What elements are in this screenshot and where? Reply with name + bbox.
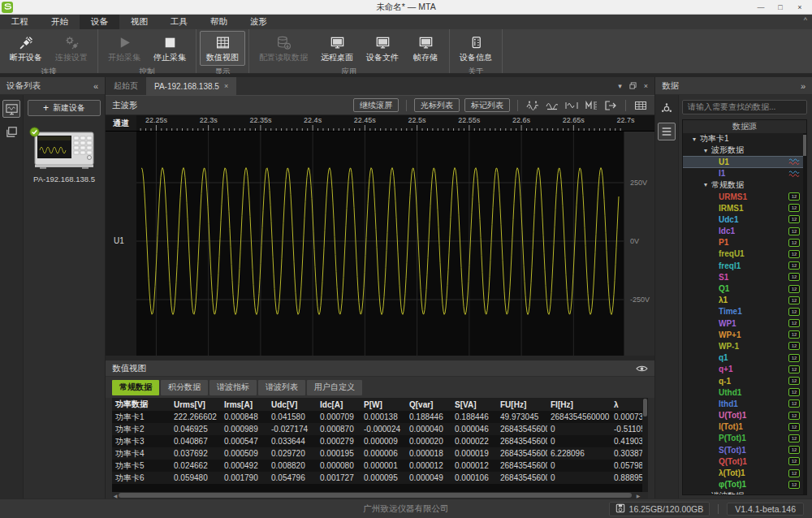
tree-item-φ(Tot)1[interactable]: φ(Tot)112 (683, 479, 806, 490)
tree-item-q1[interactable]: q112 (683, 352, 806, 364)
tree-item-Q1[interactable]: Q112 (683, 283, 806, 294)
tree-item-q-1[interactable]: q-112 (683, 375, 806, 386)
table-row[interactable]: 功率卡30.0408670.0005470.0336440.0002790.00… (112, 435, 648, 447)
ribbon-button-0-0[interactable]: 断开设备 (3, 31, 49, 66)
tree-item-Ithd1[interactable]: Ithd112 (683, 398, 806, 409)
ribbon-button-3-3[interactable]: 帧存储 (405, 31, 446, 66)
menu-item-6[interactable]: 波形 (239, 15, 279, 29)
ribbon-button-3-1[interactable]: 远程桌面 (314, 31, 360, 66)
numeric-tab-2[interactable]: 谐波指标 (209, 380, 257, 395)
numeric-table-wrap: 功率数据Urms[V]Irms[A]Udc[V]Idc[A]P[W]Q[var]… (112, 398, 648, 492)
scroll-left-icon[interactable]: ◀ (112, 492, 119, 499)
add-device-button[interactable]: + 新建设备 (28, 100, 101, 116)
ribbon-group-2: 数值视图显示 (197, 29, 249, 73)
tree-item-WP1[interactable]: WP112 (683, 317, 806, 329)
tab-close-icon[interactable]: × (224, 82, 228, 90)
tree-item-λ(Tot)1[interactable]: λ(Tot)112 (683, 467, 806, 478)
table-cell: 0.000009 (361, 435, 406, 447)
waveform-plot[interactable] (136, 132, 624, 356)
ribbon-button-4-0[interactable]: 设备信息 (453, 31, 499, 66)
menu-item-1[interactable]: 开始 (40, 15, 80, 29)
tree-item-U(Tot)1[interactable]: U(Tot)112 (683, 410, 806, 421)
tree-item-Uthd1[interactable]: Uthd112 (683, 386, 806, 398)
data-list-icon[interactable] (658, 123, 676, 140)
tree-item-WP-1[interactable]: WP-112 (683, 340, 806, 352)
table-row[interactable]: 功率卡40.0376920.0005090.0297200.0001950.00… (112, 447, 648, 460)
wave-cursor-icon[interactable] (525, 100, 540, 111)
expand-right-icon[interactable]: » (801, 81, 806, 91)
menu-item-2[interactable]: 设备 (80, 15, 119, 29)
cursor-list-button[interactable]: 光标列表 (414, 98, 460, 112)
numeric-tab-1[interactable]: 积分数据 (161, 380, 208, 395)
tree-group-常规数据[interactable]: ▾常规数据 (683, 179, 806, 191)
numeric-badge-icon: 12 (788, 423, 800, 431)
numeric-grid-icon[interactable] (633, 100, 648, 111)
tree-group-功率卡1[interactable]: ▾功率卡1 (683, 133, 806, 145)
ribbon-button-0-1[interactable]: 连接设置 (49, 31, 94, 66)
ribbon-collapse-icon[interactable]: ^ (804, 16, 807, 24)
doc-tab-1[interactable]: PA-192.168.138.5× (146, 77, 236, 95)
menu-item-3[interactable]: 视图 (119, 15, 159, 29)
data-search-input[interactable]: 请输入需要查找的数据... (682, 100, 807, 114)
tree-scrollbar[interactable] (803, 133, 806, 494)
ribbon-button-1-1[interactable]: 停止采集 (147, 31, 192, 66)
monitor-icon (418, 33, 434, 51)
resume-scroll-button[interactable]: 继续滚屏 (353, 98, 399, 112)
menu-item-0[interactable]: 工程 (0, 15, 40, 29)
project-files-icon[interactable] (2, 123, 20, 140)
tree-item-P(Tot)1[interactable]: P(Tot)112 (683, 433, 806, 444)
tree-item-Udc1[interactable]: Udc112 (683, 214, 806, 225)
table-cell: 0.040867 (171, 435, 221, 447)
tree-item-Q(Tot)1[interactable]: Q(Tot)112 (683, 455, 806, 467)
table-row[interactable]: 功率卡20.0469250.000989-0.0271740.000870-0.… (112, 423, 648, 435)
data-source-icon[interactable] (658, 100, 676, 118)
table-row[interactable]: 功率卡50.0246620.0004920.0088200.0000800.00… (112, 460, 648, 472)
column-header: 功率数据 (112, 398, 171, 411)
table-vertical-scrollbar[interactable] (642, 398, 648, 492)
float-window-icon[interactable] (629, 82, 637, 91)
tree-item-WP+1[interactable]: WP+112 (683, 329, 806, 340)
tree-group-波形数据[interactable]: ▾波形数据 (683, 145, 806, 156)
visibility-eye-icon[interactable] (636, 361, 648, 376)
ribbon-button-3-0[interactable]: 配置读取数据 (253, 31, 314, 66)
ribbon-button-3-2[interactable]: 设备文件 (360, 31, 405, 66)
export-icon[interactable] (603, 100, 618, 111)
menu-item-5[interactable]: 帮助 (199, 15, 239, 29)
numeric-tab-4[interactable]: 用户自定义 (307, 380, 362, 395)
tree-item-q+1[interactable]: q+112 (683, 364, 806, 375)
tree-item-I1[interactable]: I1 (683, 168, 806, 179)
tree-group-谐波数据[interactable]: ▾谐波数据 (683, 490, 806, 494)
menu-item-4[interactable]: 工具 (159, 15, 199, 29)
collapse-left-icon[interactable]: « (93, 81, 98, 91)
numeric-tab-3[interactable]: 谐波列表 (258, 380, 305, 395)
tree-item-freqI1[interactable]: freqI112 (683, 260, 806, 271)
tree-item-Idc1[interactable]: Idc112 (683, 226, 806, 237)
tree-item-P1[interactable]: P112 (683, 237, 806, 248)
tree-item-U1[interactable]: U1 (683, 156, 806, 167)
wave-fit-icon[interactable] (564, 100, 579, 111)
table-row[interactable]: 功率卡1222.2666020.0008480.0415800.0007090.… (112, 411, 648, 423)
doc-tab-0[interactable]: 起始页 (106, 77, 146, 95)
numeric-tab-0[interactable]: 常规数据 (112, 380, 159, 395)
wave-zoom-icon[interactable] (545, 100, 559, 111)
scroll-right-icon[interactable]: ▶ (635, 492, 641, 499)
tree-item-Time1[interactable]: Time112 (683, 306, 806, 317)
marker-list-button[interactable]: 标记列表 (464, 98, 510, 112)
tree-item-IRMS1[interactable]: IRMS112 (683, 202, 806, 214)
ribbon-button-2-0[interactable]: 数值视图 (200, 31, 245, 66)
tree-item-S1[interactable]: S112 (683, 271, 806, 283)
tree-item-λ1[interactable]: λ112 (683, 295, 806, 306)
waveform-title: 主波形 (112, 100, 138, 111)
tree-item-I(Tot)1[interactable]: I(Tot)112 (683, 421, 806, 433)
tab-dropdown-icon[interactable]: ▾ (618, 82, 622, 90)
device-view-icon[interactable] (2, 100, 20, 118)
device-card[interactable]: PA-192.168.138.5 (28, 124, 101, 183)
table-horizontal-scrollbar[interactable]: ◀ ▶ (112, 492, 648, 499)
tab-close-icon[interactable]: × (644, 82, 648, 90)
table-row[interactable]: 功率卡60.0594800.0017900.0547960.0017270.00… (112, 472, 648, 484)
tree-item-URMS1[interactable]: URMS112 (683, 191, 806, 202)
wave-marker-icon[interactable] (584, 100, 598, 111)
ribbon-button-1-0[interactable]: 开始采集 (102, 31, 147, 66)
tree-item-freqU1[interactable]: freqU112 (683, 248, 806, 260)
tree-item-S(Tot)1[interactable]: S(Tot)112 (683, 444, 806, 455)
